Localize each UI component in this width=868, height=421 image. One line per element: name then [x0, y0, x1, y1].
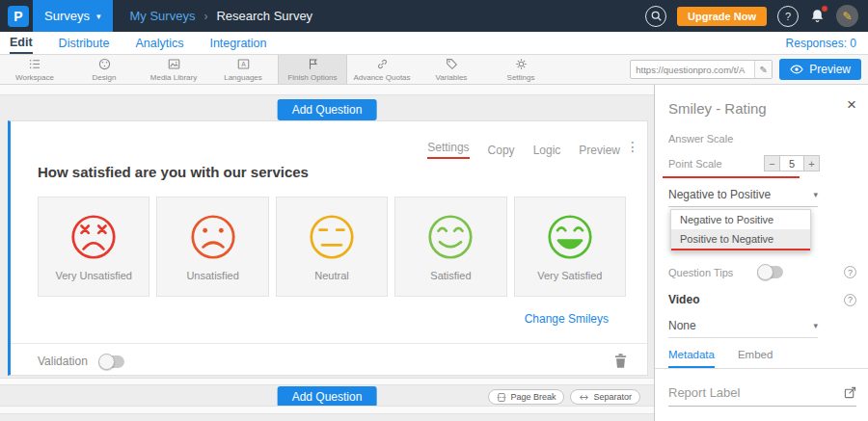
delete-question-button[interactable]: [613, 353, 628, 369]
toolbar-right: ✎ Preview: [630, 55, 861, 84]
chevron-down-icon: ▾: [813, 321, 818, 330]
tab-metadata[interactable]: Metadata: [668, 349, 715, 368]
question-more-menu[interactable]: ⋮: [626, 139, 639, 154]
separator-label: Separator: [593, 392, 632, 402]
add-question-button-top[interactable]: Add Question: [278, 99, 377, 120]
external-edit-icon: [844, 386, 856, 399]
close-panel-button[interactable]: ×: [847, 96, 856, 113]
menu-item-positive-to-negative[interactable]: Positive to Negative: [671, 229, 810, 250]
question-action-copy[interactable]: Copy: [488, 144, 515, 157]
video-row: Video ?: [668, 293, 856, 306]
help-icon: ?: [785, 11, 791, 22]
question-title[interactable]: How satisfied are you with our services: [38, 164, 309, 180]
divider-strip: [0, 378, 654, 385]
breadcrumb-my-surveys[interactable]: My Surveys: [130, 9, 196, 23]
toolbar-item-design[interactable]: Design: [69, 55, 139, 84]
annotation-underline: [663, 176, 800, 178]
upgrade-label: Upgrade Now: [688, 11, 756, 22]
smiley-option-neutral[interactable]: Neutral: [276, 197, 388, 297]
increment-button[interactable]: +: [803, 155, 820, 171]
smiley-option-very-unsatisfied[interactable]: Very Unsatisfied: [38, 197, 149, 297]
divider-strip: [0, 85, 654, 95]
toolbar-label: Advance Quotas: [353, 73, 410, 82]
tab-analytics[interactable]: Analytics: [135, 32, 183, 54]
smiley-very-unsatisfied-icon: [69, 213, 118, 261]
validation-toggle[interactable]: [99, 355, 124, 368]
breadcrumb-separator: ›: [203, 10, 207, 23]
report-label-field[interactable]: Report Label: [668, 385, 856, 407]
menu-item-negative-to-positive[interactable]: Negative to Positive: [671, 210, 810, 229]
change-smileys-link[interactable]: Change Smileys: [525, 312, 609, 326]
question-action-preview[interactable]: Preview: [579, 144, 620, 157]
help-button[interactable]: ?: [777, 6, 799, 27]
avatar[interactable]: ✎: [836, 5, 858, 27]
question-action-logic[interactable]: Logic: [533, 144, 561, 157]
toolbar-label: Media Library: [150, 73, 197, 82]
smiley-very-satisfied-icon: [546, 213, 594, 261]
tab-integration[interactable]: Integration: [209, 32, 266, 54]
smiley-label: Satisfied: [430, 270, 471, 281]
search-icon: [650, 10, 663, 22]
surveys-product-button[interactable]: Surveys ▾: [33, 0, 113, 32]
add-question-button-bottom[interactable]: Add Question: [278, 386, 377, 408]
tab-edit[interactable]: Edit: [10, 32, 33, 54]
toolbar-item-variables[interactable]: Variables: [417, 55, 486, 84]
toolbar-label: Finish Options: [287, 73, 337, 82]
survey-url-box: ✎: [630, 60, 773, 79]
toolbar-item-settings[interactable]: Settings: [486, 55, 556, 84]
search-button[interactable]: [645, 6, 666, 27]
pencil-icon: ✎: [842, 10, 852, 23]
trash-icon: [613, 353, 628, 369]
question-action-settings[interactable]: Settings: [427, 141, 469, 159]
topbar-actions: Upgrade Now ? ✎: [645, 5, 858, 27]
decrement-button[interactable]: −: [764, 155, 780, 171]
svg-text:A: A: [241, 61, 246, 67]
eye-icon: [790, 65, 803, 74]
advance-quotas-icon: [375, 57, 390, 71]
panel-title: Smiley - Rating: [668, 100, 767, 117]
survey-canvas: Add Question Settings Copy Logic Preview…: [0, 85, 654, 421]
toolbar-item-workspace[interactable]: Workspace: [0, 55, 69, 84]
scale-direction-value: Negative to Positive: [668, 188, 771, 201]
point-scale-row: Point Scale − 5 +: [668, 155, 820, 171]
responses-count[interactable]: Responses: 0: [786, 37, 856, 50]
video-select[interactable]: None ▾: [668, 319, 818, 338]
point-scale-stepper: − 5 +: [764, 155, 820, 171]
question-tips-toggle[interactable]: [758, 266, 783, 278]
edit-toolbar: Workspace Design Media Library A Languag…: [0, 55, 868, 85]
smiley-label: Unsatisfied: [186, 270, 238, 281]
pencil-icon: ✎: [760, 65, 768, 75]
help-icon[interactable]: ?: [844, 294, 856, 306]
tab-embed[interactable]: Embed: [738, 349, 773, 368]
toolbar-item-languages[interactable]: A Languages: [208, 55, 278, 84]
smiley-option-unsatisfied[interactable]: Unsatisfied: [156, 197, 268, 297]
top-bar: P Surveys ▾ My Surveys › Research Survey…: [0, 0, 868, 32]
separator-button[interactable]: Separator: [570, 389, 640, 405]
card-divider: [11, 343, 647, 344]
preview-button[interactable]: Preview: [779, 59, 861, 80]
url-edit-button[interactable]: ✎: [754, 61, 772, 78]
divider-strip: [0, 406, 654, 414]
smiley-option-satisfied[interactable]: Satisfied: [394, 197, 506, 297]
scale-direction-select[interactable]: Negative to Positive ▾: [668, 188, 818, 207]
page-break-label: Page Break: [510, 392, 556, 402]
page-break-button[interactable]: Page Break: [488, 389, 564, 405]
tab-distribute[interactable]: Distribute: [59, 32, 110, 54]
settings-icon: [514, 57, 529, 71]
upgrade-now-button[interactable]: Upgrade Now: [677, 7, 767, 26]
validation-row: Validation: [38, 355, 124, 368]
chevron-down-icon: ▾: [96, 12, 101, 21]
toolbar-item-advance-quotas[interactable]: Advance Quotas: [347, 55, 417, 84]
question-tips-label: Question Tips: [668, 267, 733, 278]
toolbar-item-media-library[interactable]: Media Library: [139, 55, 208, 84]
question-settings-panel: Smiley - Rating × Answer Scale Point Sca…: [654, 85, 868, 421]
breadcrumb-current: Research Survey: [216, 9, 312, 23]
survey-url-input[interactable]: [631, 65, 754, 75]
smiley-label: Very Unsatisfied: [55, 270, 131, 281]
smiley-label: Very Satisfied: [537, 270, 602, 281]
smiley-option-very-satisfied[interactable]: Very Satisfied: [514, 197, 626, 297]
notifications-button[interactable]: [809, 8, 826, 24]
nav-bar: Edit Distribute Analytics Integration Re…: [0, 32, 868, 55]
help-icon[interactable]: ?: [844, 266, 856, 278]
toolbar-item-finish-options[interactable]: Finish Options: [278, 55, 347, 84]
